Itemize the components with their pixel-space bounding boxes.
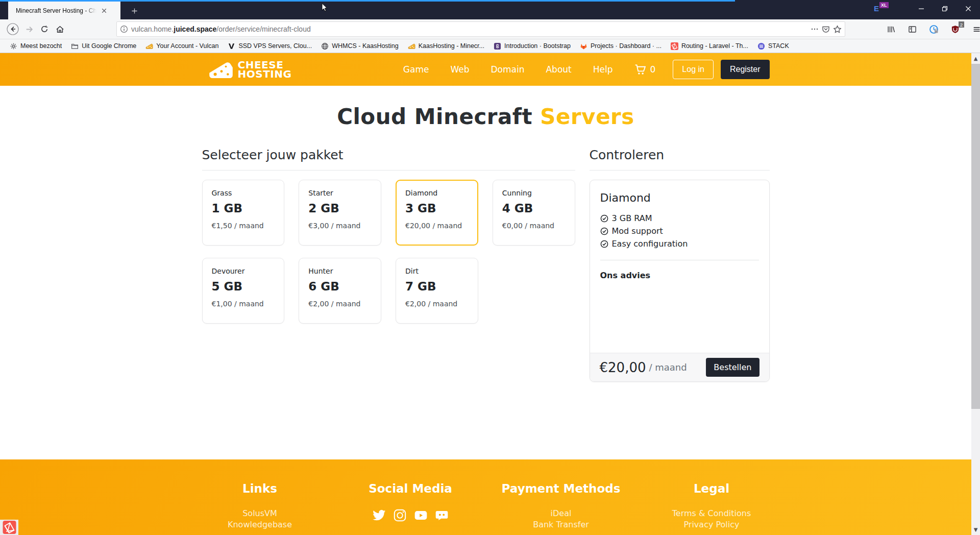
laravel-icon	[671, 42, 678, 50]
folder-icon	[71, 42, 79, 50]
feature-text: Mod support	[612, 225, 663, 238]
new-tab-button[interactable]	[129, 5, 140, 16]
back-button[interactable]	[4, 21, 21, 37]
sidebar-button[interactable]	[903, 21, 921, 37]
package-ram: 3 GB	[405, 202, 469, 215]
checkout-price: €20,00	[600, 360, 646, 375]
package-name: Devourer	[212, 267, 275, 275]
forward-button[interactable]	[21, 21, 37, 37]
footer-payment-title: Payment Methods	[486, 482, 636, 495]
browser-window: Minecraft Server Hosting - Che E XL vulc…	[0, 0, 980, 535]
menu-button[interactable]	[968, 21, 980, 37]
scrollbar-down-icon[interactable]: ▼	[971, 525, 980, 534]
navigation-toolbar: vulcan.home.juiced.space/order/service/m…	[0, 19, 980, 39]
minimize-button[interactable]	[910, 0, 933, 17]
reload-button[interactable]	[37, 21, 52, 37]
bookmark-item[interactable]: Meest bezocht	[6, 41, 65, 52]
footer-legal-item: Terms & Conditions	[636, 508, 787, 518]
bookmark-star-button[interactable]	[833, 25, 842, 34]
cart-count: 0	[650, 64, 656, 75]
package-card-hunter[interactable]: Hunter 6 GB €2,00 / maand	[299, 258, 381, 324]
bookmark-item[interactable]: STACK	[754, 41, 793, 52]
close-icon	[965, 6, 971, 12]
extension-exl-icon[interactable]: E XL	[874, 4, 889, 16]
package-card-diamond[interactable]: Diamond 3 GB €20,00 / maand	[396, 180, 478, 246]
site-logo[interactable]: CHEESEHOSTING	[208, 60, 292, 79]
nav-link-web[interactable]: Web	[450, 64, 469, 75]
bookmark-item[interactable]: KaasHosting - Minecr...	[404, 41, 488, 52]
library-button[interactable]	[882, 21, 899, 37]
package-card-cunning[interactable]: Cunning 4 GB €0,00 / maand	[493, 180, 575, 246]
url-path: /order/service/minecraft-cloud	[216, 25, 310, 33]
site-info-icon[interactable]	[120, 25, 128, 33]
bookmarks-bar: Meest bezochtUit Google ChromeYour Accou…	[0, 39, 980, 53]
package-ram: 5 GB	[212, 280, 275, 293]
feature-text: 3 GB RAM	[612, 212, 652, 225]
footer-payment-link[interactable]: Bank Transfer	[533, 520, 589, 529]
maximize-button[interactable]	[933, 0, 957, 17]
close-button[interactable]	[957, 0, 980, 17]
package-card-dirt[interactable]: Dirt 7 GB €2,00 / maand	[396, 258, 478, 324]
footer-payment-link[interactable]: iDeal	[551, 508, 572, 518]
laravel-popup-icon[interactable]	[0, 520, 18, 535]
scrollbar-thumb[interactable]	[971, 64, 980, 409]
url-domain: juiced.space	[174, 25, 216, 33]
social-link-instagram[interactable]	[393, 508, 407, 522]
bookmark-item[interactable]: Projects · Dashboard · ...	[576, 41, 665, 52]
package-price: €0,00 / maand	[502, 222, 566, 230]
package-grid: Grass 1 GB €1,50 / maand Starter 2 GB €3…	[202, 180, 575, 324]
package-card-starter[interactable]: Starter 2 GB €3,00 / maand	[299, 180, 381, 246]
bookmark-item[interactable]: SSD VPS Servers, Clou...	[224, 41, 315, 52]
ublock-button[interactable]: 2	[946, 21, 964, 37]
package-ram: 7 GB	[405, 280, 469, 293]
social-link-discord[interactable]	[435, 508, 449, 522]
package-name: Grass	[212, 189, 275, 197]
nav-link-domain[interactable]: Domain	[491, 64, 525, 75]
history-lock-button[interactable]	[925, 21, 942, 37]
bookmark-item[interactable]: WHMCS - KaasHosting	[317, 41, 402, 52]
footer-legal-column: Legal Terms & ConditionsPrivacy Policy	[636, 482, 787, 531]
home-button[interactable]	[52, 21, 67, 37]
forward-icon	[25, 25, 34, 34]
bookmark-item[interactable]: Your Account - Vulcan	[142, 41, 222, 52]
tab-close-icon[interactable]	[100, 7, 108, 15]
bookmark-item[interactable]: Uit Google Chrome	[67, 41, 140, 52]
footer-links-column: Links SolusVMKnowledgebase	[185, 482, 335, 531]
footer-links-link[interactable]: SolusVM	[242, 508, 277, 518]
nav-link-help[interactable]: Help	[593, 64, 613, 75]
more-button[interactable]	[811, 25, 819, 33]
login-button[interactable]: Log in	[673, 60, 714, 79]
nav-link-game[interactable]: Game	[403, 64, 429, 75]
scrollbar-up-icon[interactable]: ▲	[971, 54, 980, 63]
footer-legal-link[interactable]: Privacy Policy	[683, 520, 739, 529]
bookmark-item[interactable]: Routing - Laravel - Th...	[667, 41, 752, 52]
page-viewport: CHEESEHOSTING GameWebDomainAboutHelp 0 L…	[0, 53, 971, 535]
bookmark-label: SSD VPS Servers, Clou...	[238, 42, 312, 50]
footer-legal-link[interactable]: Terms & Conditions	[672, 508, 751, 518]
extension-letter: E	[874, 4, 879, 13]
cart-icon	[634, 64, 647, 76]
package-name: Cunning	[502, 189, 566, 197]
cart-button[interactable]: 0	[634, 64, 656, 76]
page-scrollbar[interactable]: ▲ ▼	[971, 53, 980, 535]
feature-item: Mod support	[600, 225, 759, 238]
package-card-devourer[interactable]: Devourer 5 GB €1,00 / maand	[202, 258, 285, 324]
feature-item: 3 GB RAM	[600, 212, 759, 225]
pocket-button[interactable]	[822, 25, 830, 33]
package-select-section: Selecteer jouw pakket Grass 1 GB €1,50 /…	[202, 148, 575, 382]
order-button[interactable]: Bestellen	[706, 358, 759, 377]
footer-links-link[interactable]: Knowledgebase	[228, 520, 292, 529]
register-button[interactable]: Register	[721, 60, 770, 79]
nav-link-about[interactable]: About	[546, 64, 571, 75]
bookmark-item[interactable]: Introduction · Bootstrap	[490, 41, 574, 52]
menu-icon	[972, 25, 980, 34]
page-title: Cloud Minecraft Servers	[0, 104, 971, 129]
social-link-youtube[interactable]	[414, 508, 428, 522]
footer-payment-column: Payment Methods iDealBank Transfer	[486, 482, 636, 531]
v-logo-icon	[228, 42, 235, 50]
browser-tab[interactable]: Minecraft Server Hosting - Che	[8, 2, 120, 19]
url-bar[interactable]: vulcan.home.juiced.space/order/service/m…	[116, 21, 845, 37]
package-card-grass[interactable]: Grass 1 GB €1,50 / maand	[202, 180, 285, 246]
check-icon	[600, 240, 608, 248]
social-link-twitter[interactable]	[372, 508, 386, 522]
